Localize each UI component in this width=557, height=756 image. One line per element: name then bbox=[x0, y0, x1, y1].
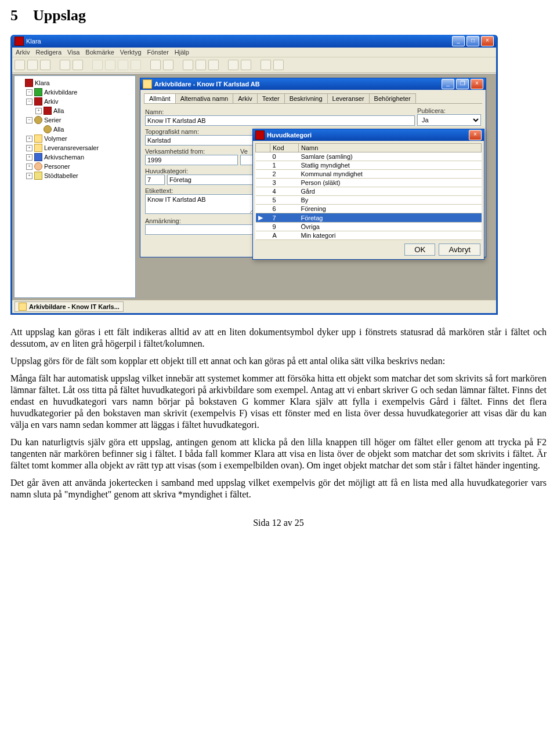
tab[interactable]: Arkiv bbox=[233, 93, 257, 103]
table-row[interactable]: AMin kategori bbox=[256, 231, 482, 240]
toolbar-icon[interactable] bbox=[27, 60, 38, 70]
menu-item[interactable]: Arkiv bbox=[16, 49, 30, 56]
toolbar-icon[interactable] bbox=[60, 60, 70, 70]
toolbar-icon[interactable] bbox=[183, 60, 193, 70]
tree-node-icon bbox=[34, 162, 42, 170]
body-paragraph: Det går även att använda jokertecken i s… bbox=[10, 477, 547, 500]
cancel-button[interactable]: Avbryt bbox=[439, 243, 480, 256]
etikettext-input[interactable] bbox=[145, 194, 255, 214]
table-row[interactable]: 9Övriga bbox=[256, 223, 482, 231]
collapse-icon[interactable]: − bbox=[26, 99, 32, 105]
tree-node-icon bbox=[25, 79, 33, 87]
toolbar-icon[interactable] bbox=[208, 60, 219, 70]
toolbar-icon[interactable] bbox=[241, 60, 251, 70]
toolbar-icon[interactable] bbox=[40, 60, 50, 70]
table-row[interactable]: 1Statlig myndighet bbox=[256, 161, 482, 170]
main-titlebar: Klara _ □ × bbox=[12, 35, 496, 48]
expand-icon[interactable]: + bbox=[35, 108, 42, 114]
tree-item[interactable]: +Alla bbox=[35, 106, 133, 115]
toolbar-icon[interactable] bbox=[131, 60, 141, 70]
toolbar-icon[interactable] bbox=[15, 60, 25, 70]
huvudkategori-name-input[interactable] bbox=[167, 175, 254, 185]
toolbar-icon[interactable] bbox=[92, 60, 103, 70]
row-marker-cell bbox=[256, 231, 270, 240]
expand-icon[interactable]: + bbox=[26, 136, 32, 142]
expand-icon[interactable]: + bbox=[26, 145, 32, 151]
ok-button[interactable]: OK bbox=[404, 243, 435, 256]
tab[interactable]: Texter bbox=[257, 93, 285, 103]
publicera-select[interactable]: Ja bbox=[417, 114, 481, 126]
namn-label: Namn: bbox=[145, 108, 415, 115]
expand-icon[interactable]: + bbox=[26, 163, 32, 170]
menu-item[interactable]: Hjälp bbox=[175, 49, 189, 56]
anmarkning-input[interactable] bbox=[145, 224, 255, 235]
toolbar-icon[interactable] bbox=[118, 60, 128, 70]
tree-item[interactable]: Klara bbox=[17, 78, 133, 88]
toolbar-icon[interactable] bbox=[163, 60, 173, 70]
toolbar-icon[interactable] bbox=[273, 60, 284, 70]
table-row[interactable]: ▶7Företag bbox=[256, 213, 482, 223]
namn-cell: Kommunal myndighet bbox=[299, 170, 482, 179]
tree-item[interactable]: −Arkiv bbox=[26, 97, 133, 106]
tab[interactable]: Behörigheter bbox=[369, 93, 416, 103]
tab[interactable]: Alternativa namn bbox=[175, 93, 234, 103]
tab[interactable]: Beskrivning bbox=[284, 93, 328, 103]
child-restore-button[interactable]: ❐ bbox=[456, 79, 469, 89]
child-close-button[interactable]: × bbox=[471, 79, 483, 89]
table-row[interactable]: 5By bbox=[256, 196, 482, 205]
table-row[interactable]: 2Kommunal myndighet bbox=[256, 170, 482, 179]
toolbar-icon[interactable] bbox=[150, 60, 161, 70]
body-paragraph: Du kan naturligtvis själv göra ett uppsl… bbox=[10, 437, 547, 471]
expand-icon[interactable]: + bbox=[26, 154, 32, 161]
toolbar-icon[interactable] bbox=[228, 60, 238, 70]
tab[interactable]: Leveranser bbox=[327, 93, 370, 103]
tree-item[interactable]: Alla bbox=[35, 125, 133, 134]
tree-item-label: Arkivscheman bbox=[44, 154, 84, 161]
tree-node-icon bbox=[44, 107, 52, 115]
tree-item-label: Leveransreversaler bbox=[44, 144, 99, 151]
tree-item[interactable]: +Leveransreversaler bbox=[26, 143, 133, 152]
table-row[interactable]: 3Person (släkt) bbox=[256, 179, 482, 187]
main-window-title: Klara bbox=[26, 38, 41, 45]
menu-item[interactable]: Bokmärke bbox=[85, 49, 114, 56]
table-row[interactable]: 0Samlare (samling) bbox=[256, 152, 482, 161]
tab[interactable]: Allmänt bbox=[144, 93, 176, 103]
row-marker-cell bbox=[256, 152, 270, 161]
row-marker-cell bbox=[256, 223, 270, 231]
menu-item[interactable]: Visa bbox=[67, 49, 79, 56]
tree-item[interactable]: +Stödtabeller bbox=[26, 171, 133, 180]
tree-item[interactable]: +Volymer bbox=[26, 134, 133, 143]
menu-item[interactable]: Redigera bbox=[35, 49, 62, 56]
tree-node-icon bbox=[34, 172, 42, 180]
menu-item[interactable]: Fönster bbox=[147, 49, 169, 56]
toolbar-icon[interactable] bbox=[105, 60, 115, 70]
tree-item[interactable]: −Arkivbildare bbox=[26, 88, 133, 97]
huvudkategori-code-input[interactable] bbox=[145, 175, 165, 185]
taskbar-item[interactable]: Arkivbildare - Know IT Karls... bbox=[15, 301, 124, 312]
toolbar-icon[interactable] bbox=[196, 60, 206, 70]
collapse-icon[interactable]: − bbox=[26, 117, 32, 123]
popup-close-button[interactable]: × bbox=[469, 130, 482, 140]
toolbar-icon[interactable] bbox=[73, 60, 83, 70]
close-button[interactable]: × bbox=[481, 36, 494, 46]
tree-item-label: Personer bbox=[44, 163, 70, 170]
menu-item[interactable]: Verktyg bbox=[120, 49, 142, 56]
tree-item[interactable]: −Serier bbox=[26, 115, 133, 125]
toolbar-icon[interactable] bbox=[261, 60, 271, 70]
table-row[interactable]: 6Förening bbox=[256, 205, 482, 213]
verksamhet-from-input[interactable] bbox=[145, 155, 238, 165]
maximize-button[interactable]: □ bbox=[466, 36, 479, 46]
namn-input[interactable] bbox=[145, 115, 415, 126]
table-row[interactable]: 4Gård bbox=[256, 187, 482, 196]
tree-item[interactable]: +Arkivscheman bbox=[26, 152, 133, 162]
child-minimize-button[interactable]: _ bbox=[442, 79, 454, 89]
taskbar-item-label: Arkivbildare - Know IT Karls... bbox=[29, 303, 120, 310]
kod-header[interactable]: Kod bbox=[270, 144, 299, 152]
kod-cell: 3 bbox=[270, 179, 299, 187]
tree-item[interactable]: +Personer bbox=[26, 162, 133, 171]
minimize-button[interactable]: _ bbox=[452, 36, 465, 46]
namn-header[interactable]: Namn bbox=[299, 144, 482, 152]
collapse-icon[interactable]: − bbox=[26, 89, 32, 96]
expand-icon[interactable]: + bbox=[26, 173, 32, 179]
namn-cell: Person (släkt) bbox=[299, 179, 482, 187]
